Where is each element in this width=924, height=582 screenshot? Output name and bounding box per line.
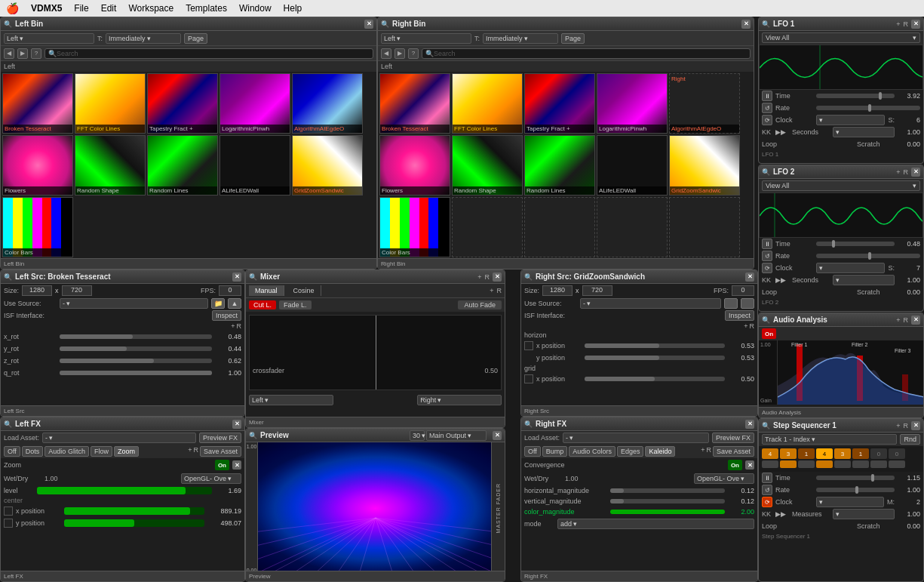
left-nav-prev[interactable]: ◀	[4, 48, 14, 59]
seq-cell-4[interactable]: 4	[762, 448, 778, 459]
menu-help[interactable]: Help	[284, 3, 302, 14]
preview-output-dropdown[interactable]: Main Output▾	[426, 430, 487, 441]
left-bin-page-btn[interactable]: Page	[184, 33, 207, 44]
seq-r2-c6[interactable]	[852, 460, 869, 468]
right-src-ypos-slider[interactable]	[585, 356, 725, 360]
seq-r2-c7[interactable]	[870, 460, 887, 468]
left-fx-save-btn[interactable]: Save Asset	[200, 446, 241, 457]
thumb-tapestry-fract[interactable]: Tapestry Fract +	[147, 73, 218, 134]
lfo2-clock-dropdown[interactable]: ▾	[816, 263, 885, 273]
right-thumb-rlines[interactable]: Random Lines	[524, 135, 595, 196]
mixer-tab-cosine[interactable]: Cosine	[287, 285, 321, 296]
left-fx-opengl-dropdown[interactable]: OpenGL- Ove▾	[181, 473, 241, 484]
seq-r2-c2[interactable]	[780, 460, 797, 468]
lfo1-view-all-dropdown[interactable]: View All▾	[762, 32, 920, 43]
lfo2-pause-btn[interactable]: ⏸	[762, 239, 772, 249]
left-src-xrot-slider[interactable]	[60, 334, 212, 339]
seq-ff-btn[interactable]: ▶▶	[775, 510, 786, 518]
left-fx-tab-off[interactable]: Off	[4, 446, 20, 457]
audio-close[interactable]: ✕	[911, 316, 920, 325]
lfo1-plus[interactable]: +	[896, 20, 900, 28]
seq-track-dropdown[interactable]: Track 1 - Index▾	[762, 434, 897, 445]
left-fx-tab-flow[interactable]: Flow	[91, 446, 112, 457]
seq-r2-c4[interactable]	[816, 460, 833, 468]
right-src-plus-btn[interactable]: +	[744, 322, 747, 330]
right-thumb-colorbars[interactable]: Color Bars	[379, 197, 450, 257]
right-src-horizon-color-swatch[interactable]	[524, 341, 533, 350]
left-src-zrot-slider[interactable]	[60, 359, 212, 363]
right-nav-prev[interactable]: ◀	[381, 48, 391, 59]
left-fx-ypos-slider[interactable]	[64, 519, 204, 527]
right-src-grid-swatch[interactable]	[524, 374, 533, 383]
left-src-height[interactable]: 720	[62, 285, 92, 296]
mixer-r2[interactable]: R	[497, 287, 502, 294]
lfo1-seconds-dropdown[interactable]: ▾	[833, 127, 895, 137]
right-thumb-rshape[interactable]: Random Shape	[452, 135, 523, 196]
mixer-right-dropdown[interactable]: Right▾	[417, 395, 502, 405]
lfo2-close[interactable]: ✕	[911, 168, 920, 177]
right-thumb-alife[interactable]: ALifeLEDWall	[597, 135, 668, 196]
right-fx-hmag-slider[interactable]	[610, 488, 725, 493]
left-src-width[interactable]: 1280	[22, 285, 52, 296]
mixer-close[interactable]: ✕	[493, 273, 502, 282]
seq-r2-c5[interactable]	[834, 460, 851, 468]
lfo1-time-slider[interactable]	[816, 94, 895, 98]
left-src-folder-btn[interactable]: 📁	[211, 298, 225, 309]
left-fx-xpos-swatch[interactable]	[4, 507, 13, 516]
apple-menu[interactable]: 🍎	[6, 2, 19, 14]
right-src-height[interactable]: 720	[582, 285, 612, 296]
right-thumb-broken-tesseract[interactable]: Broken Tesseract	[379, 73, 450, 134]
lfo1-clock-icon[interactable]: ⟳	[762, 115, 772, 125]
thumb-broken-tesseract[interactable]: Broken Tesseract	[2, 73, 73, 134]
mixer-r[interactable]: R	[485, 273, 490, 281]
right-fx-opengl-dropdown[interactable]: OpenGL- Ove▾	[694, 473, 754, 484]
thumb-fft-color-lines[interactable]: FFT Color Lines	[75, 73, 146, 134]
left-src-up-btn[interactable]: ▲	[228, 298, 241, 309]
left-fx-preview-btn[interactable]: Preview FX	[199, 433, 241, 443]
audio-on-badge[interactable]: On	[762, 328, 776, 339]
left-src-fps[interactable]: 0	[219, 285, 241, 296]
right-fx-tab-kaleido[interactable]: Kaleido	[645, 446, 675, 457]
right-bin-page-btn[interactable]: Page	[561, 33, 585, 44]
right-fx-cmag-slider[interactable]	[610, 510, 725, 514]
master-fader-strip[interactable]: MASTER FADER	[491, 442, 505, 574]
menu-vdmx5[interactable]: VDMX5	[31, 3, 62, 14]
right-fx-tab-edges[interactable]: Edges	[617, 446, 644, 457]
seq-cell-4b[interactable]: 4	[816, 448, 833, 459]
left-bin-close[interactable]: ✕	[364, 20, 373, 29]
seq-close[interactable]: ✕	[911, 421, 920, 430]
right-bin-t-dropdown[interactable]: Immediately▾	[483, 33, 558, 44]
seq-cell-3b[interactable]: 3	[834, 448, 851, 459]
right-nav-next[interactable]: ▶	[394, 48, 405, 59]
lfo2-seconds-dropdown[interactable]: ▾	[833, 275, 895, 285]
thumb-algorithm[interactable]: AlgorithmAtEgdeO	[292, 73, 363, 134]
lfo1-r[interactable]: R	[904, 20, 909, 28]
seq-cell-1a[interactable]: 1	[798, 448, 815, 459]
left-nav-next[interactable]: ▶	[17, 48, 28, 59]
thumb-random-shape[interactable]: Random Shape	[75, 135, 146, 196]
left-nav-help[interactable]: ?	[31, 48, 41, 59]
lfo2-time-slider[interactable]	[816, 242, 895, 246]
left-bin-source-dropdown[interactable]: Left▾	[4, 33, 94, 44]
thumb-color-bars[interactable]: Color Bars	[2, 197, 73, 257]
seq-cell-0a[interactable]: 0	[870, 448, 887, 459]
seq-clock-dropdown[interactable]: ▾	[816, 497, 884, 507]
audio-r[interactable]: R	[904, 316, 909, 324]
thumb-flowers[interactable]: Flowers	[2, 135, 73, 196]
lfo1-kk-btn[interactable]: KK	[762, 128, 771, 136]
right-thumb-fft[interactable]: FFT Color Lines	[452, 73, 523, 134]
lfo1-rate-icon[interactable]: ↺	[762, 103, 772, 113]
seq-r2-c3[interactable]	[798, 460, 815, 468]
right-bin-close[interactable]: ✕	[741, 20, 751, 29]
right-fx-r-btn[interactable]: R	[706, 446, 711, 457]
thumb-random-lines[interactable]: Random Lines	[147, 135, 218, 196]
left-src-plus-btn[interactable]: +	[231, 322, 235, 330]
left-src-yrot-slider[interactable]	[60, 346, 212, 351]
left-fx-tab-dots[interactable]: Dots	[22, 446, 44, 457]
right-thumb-log[interactable]: LogarithmicPinwh	[597, 73, 668, 134]
mixer-plus2[interactable]: +	[490, 287, 493, 294]
menu-workspace[interactable]: Workspace	[128, 3, 173, 14]
mixer-auto-fade-btn[interactable]: Auto Fade	[458, 300, 502, 309]
left-fx-tab-audio-glitch[interactable]: Audio Glitch	[45, 446, 89, 457]
right-fx-tab-off[interactable]: Off	[524, 446, 541, 457]
